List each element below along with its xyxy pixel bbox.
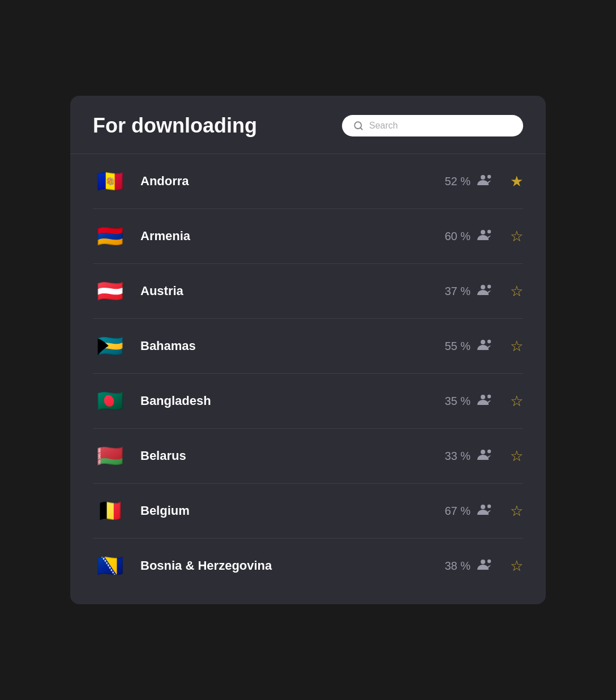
list-item: 🇧🇦Bosnia & Herzegovina38 % ☆ — [93, 539, 523, 593]
percentage-value: 67 % — [444, 505, 470, 518]
flag-belarus: 🇧🇾 — [93, 439, 127, 473]
list-item: 🇦🇹Austria37 % ☆ — [93, 264, 523, 319]
svg-point-16 — [481, 560, 485, 564]
svg-point-2 — [481, 175, 485, 180]
star-button[interactable]: ☆ — [510, 502, 523, 520]
people-icon — [477, 394, 493, 409]
flag-bangladesh: 🇧🇩 — [93, 384, 127, 418]
country-name: Belgium — [140, 503, 444, 518]
flag-bahamas: 🇧🇸 — [93, 329, 127, 363]
country-name: Bosnia & Herzegovina — [140, 558, 444, 573]
star-button[interactable]: ☆ — [510, 228, 523, 245]
svg-point-7 — [487, 284, 491, 288]
people-icon — [477, 284, 493, 299]
star-button[interactable]: ★ — [510, 173, 523, 190]
people-icon — [477, 174, 493, 189]
svg-point-10 — [481, 395, 485, 399]
svg-point-6 — [481, 285, 485, 289]
svg-line-1 — [360, 127, 362, 129]
svg-point-9 — [487, 339, 491, 343]
list-item: 🇧🇪Belgium67 % ☆ — [93, 484, 523, 539]
flag-armenia: 🇦🇲 — [93, 219, 127, 253]
country-name: Armenia — [140, 229, 444, 244]
people-icon — [477, 229, 493, 244]
svg-point-11 — [487, 394, 491, 398]
svg-point-14 — [481, 505, 485, 509]
star-button[interactable]: ☆ — [510, 447, 523, 465]
flag-austria: 🇦🇹 — [93, 274, 127, 308]
svg-point-4 — [481, 230, 485, 234]
people-icon — [477, 449, 493, 464]
list-item: 🇧🇾Belarus33 % ☆ — [93, 429, 523, 484]
percentage-value: 52 % — [444, 175, 470, 188]
star-button[interactable]: ☆ — [510, 557, 523, 575]
flag-bosnia: 🇧🇦 — [93, 549, 127, 583]
star-button[interactable]: ☆ — [510, 338, 523, 355]
people-icon — [477, 339, 493, 354]
page-title: For downloading — [93, 114, 257, 138]
star-button[interactable]: ☆ — [510, 392, 523, 410]
people-icon — [477, 558, 493, 574]
list-item: 🇧🇩Bangladesh35 % ☆ — [93, 374, 523, 429]
flag-andorra: 🇦🇩 — [93, 164, 127, 198]
page-header: For downloading — [70, 96, 546, 154]
people-icon — [477, 503, 493, 519]
main-card: For downloading 🇦🇩Andorra52 % ★🇦🇲Armenia… — [70, 96, 546, 604]
percentage-value: 38 % — [444, 560, 470, 573]
svg-point-5 — [487, 229, 491, 233]
search-container[interactable] — [342, 115, 523, 136]
percentage-value: 37 % — [444, 285, 470, 298]
svg-point-15 — [487, 504, 491, 507]
country-name: Austria — [140, 284, 444, 298]
list-item: 🇧🇸Bahamas55 % ☆ — [93, 319, 523, 374]
percentage-value: 55 % — [444, 340, 470, 353]
svg-point-3 — [487, 174, 491, 178]
percentage-value: 60 % — [444, 230, 470, 243]
svg-point-17 — [487, 559, 491, 562]
country-name: Bangladesh — [140, 394, 444, 408]
search-icon — [353, 121, 363, 131]
svg-point-13 — [487, 449, 491, 453]
country-name: Bahamas — [140, 339, 444, 353]
percentage-value: 33 % — [444, 450, 470, 463]
star-button[interactable]: ☆ — [510, 283, 523, 300]
country-name: Belarus — [140, 449, 444, 463]
search-input[interactable] — [369, 121, 512, 131]
country-list: 🇦🇩Andorra52 % ★🇦🇲Armenia60 % ☆🇦🇹Austria3… — [70, 154, 546, 593]
svg-point-12 — [481, 450, 485, 454]
list-item: 🇦🇲Armenia60 % ☆ — [93, 209, 523, 264]
flag-belgium: 🇧🇪 — [93, 494, 127, 528]
list-item: 🇦🇩Andorra52 % ★ — [93, 154, 523, 209]
country-name: Andorra — [140, 174, 444, 189]
svg-point-8 — [481, 340, 485, 344]
percentage-value: 35 % — [444, 395, 470, 408]
